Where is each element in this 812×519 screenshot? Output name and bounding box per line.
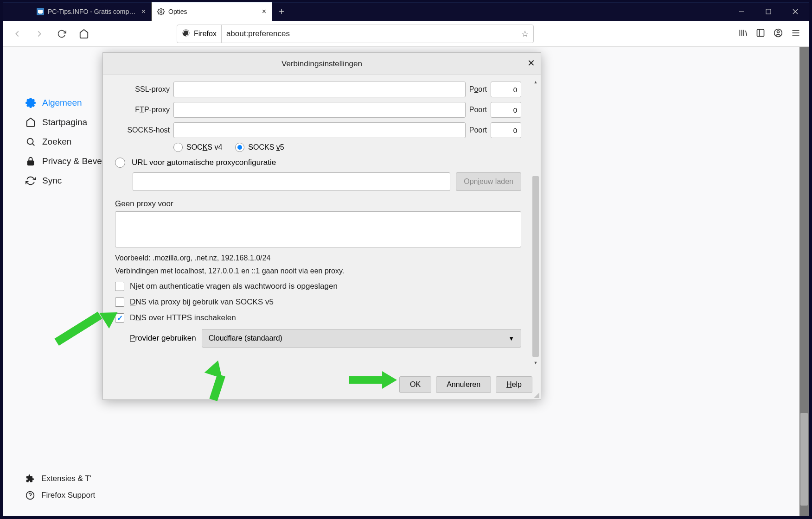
new-tab-button[interactable]: + [272,2,291,21]
socks-version-row: SOCKS v4 SOCKS v5 [173,143,521,152]
ssl-port-input[interactable] [491,82,521,97]
socks-v5-radio[interactable]: SOCKS v5 [235,143,284,152]
gear-icon [26,98,36,108]
checkbox-icon [115,297,124,307]
ftp-proxy-input[interactable] [173,102,466,118]
dialog-title: Verbindingsinstellingen [281,59,362,69]
cancel-button[interactable]: Annuleren [436,376,491,393]
provider-label: Provider gebruiken [130,334,196,343]
checkbox-label: DNS over HTTPS inschakelen [130,313,236,323]
port-label: Poort [469,106,487,114]
localhost-note: Verbindingen met localhost, 127.0.0.1 en… [115,267,521,275]
provider-select[interactable]: Cloudflare (standaard) ▼ [202,329,521,348]
dialog-body: ▲ ▼ SSL-proxy Poort FTP-proxy [103,75,541,370]
sidebar-item-label: Sync [42,176,62,186]
close-window-button[interactable] [782,2,809,21]
help-button[interactable]: Help [496,376,532,393]
url-bar[interactable]: Firefox ☆ [177,25,534,43]
content-area: Algemeen Startpagina Zoeken Privacy & Be… [3,47,809,516]
lock-icon [26,156,36,166]
close-icon[interactable]: × [141,7,146,16]
dialog-scrollbar[interactable]: ▲ ▼ [532,79,539,366]
back-button[interactable] [9,25,26,42]
favicon-pctips-icon [37,8,44,15]
svg-rect-13 [757,29,764,36]
radio-icon [235,143,244,152]
sidebar-support[interactable]: Firefox Support [22,487,124,504]
scroll-track[interactable] [532,85,539,360]
browser-window: PC-Tips.INFO - Gratis compute… × Opties … [3,2,809,516]
puzzle-icon [26,474,35,483]
scroll-down-icon[interactable]: ▼ [532,360,539,366]
tab-label: PC-Tips.INFO - Gratis compute… [48,8,138,15]
account-icon[interactable] [774,28,783,39]
socks-port-input[interactable] [491,122,521,138]
gear-icon [157,8,165,15]
svg-rect-2 [39,13,42,14]
ftp-proxy-row: FTP-proxy Poort [115,102,521,118]
checkbox-label: DNS via proxy bij gebruik van SOCKS v5 [130,297,274,307]
svg-line-12 [746,31,747,36]
url-identity[interactable]: Firefox [177,25,222,43]
tab-pctips[interactable]: PC-Tips.INFO - Gratis compute… × [31,2,152,21]
checkbox-icon [115,313,124,323]
home-button[interactable] [76,25,92,42]
dns-socks-checkbox[interactable]: DNS via proxy bij gebruik van SOCKS v5 [115,297,521,307]
menu-icon[interactable] [791,28,800,39]
sidebar-item-label: Zoeken [42,137,71,147]
library-icon[interactable] [738,28,748,39]
example-text: Voorbeeld: .mozilla.org, .net.nz, 192.16… [115,254,521,262]
dialog-footer: OK Annuleren Help [103,370,541,399]
scroll-up-icon[interactable]: ▲ [532,79,539,85]
auto-proxy-url-row: Opnieuw laden [133,172,521,191]
svg-point-21 [27,139,33,145]
tab-options[interactable]: Opties × [152,2,272,21]
sidebar-item-label: Firefox Support [41,491,95,500]
ssl-proxy-input[interactable] [173,82,466,97]
svg-rect-5 [766,9,771,14]
maximize-button[interactable] [755,2,782,21]
resize-grip-icon[interactable] [534,392,539,398]
scroll-thumb[interactable] [532,176,539,357]
no-auth-checkbox[interactable]: Niet om authenticatie vragen als wachtwo… [115,282,521,291]
url-brand: Firefox [194,30,217,38]
no-proxy-label: Geen proxy voor [115,199,521,209]
url-input[interactable] [222,29,517,38]
ssl-proxy-row: SSL-proxy Poort [115,82,521,97]
svg-point-3 [160,11,162,13]
sidebar-toggle-icon[interactable] [756,28,765,39]
port-label: Poort [469,85,487,94]
checkbox-label: Niet om authenticatie vragen als wachtwo… [130,282,338,291]
sidebar-bottom: Extensies & T' Firefox Support [22,470,124,504]
socks-v4-radio[interactable]: SOCKS v4 [173,143,222,152]
svg-rect-1 [38,10,43,13]
chevron-down-icon: ▼ [508,335,514,342]
tab-strip: PC-Tips.INFO - Gratis compute… × Opties … [3,2,728,21]
auto-proxy-url-input[interactable] [133,172,450,191]
ok-button[interactable]: OK [399,376,431,393]
ftp-port-input[interactable] [491,102,521,118]
svg-point-16 [777,31,780,33]
dns-https-checkbox[interactable]: DNS over HTTPS inschakelen [115,313,521,323]
bookmark-star-icon[interactable]: ☆ [517,29,533,39]
page-scrollbar-thumb[interactable] [800,413,808,506]
sidebar-item-label: Startpagina [42,117,87,127]
titlebar: PC-Tips.INFO - Gratis compute… × Opties … [3,2,809,21]
svg-rect-23 [28,161,34,165]
sidebar-extensions[interactable]: Extensies & T' [22,470,124,487]
close-icon[interactable]: ✕ [527,57,535,69]
close-icon[interactable]: × [262,7,266,16]
no-proxy-textarea[interactable] [115,211,521,247]
minimize-button[interactable] [728,2,755,21]
sync-icon [26,176,36,186]
forward-button[interactable] [31,25,48,42]
reload-button[interactable]: Opnieuw laden [456,172,521,191]
ftp-label: FTP-proxy [115,106,170,114]
socks-host-input[interactable] [173,122,466,138]
auto-proxy-url-radio[interactable]: URL voor automatische proxyconfiguratie [115,158,521,168]
toolbar-right [738,28,803,39]
checkbox-icon [115,282,124,291]
reload-button[interactable] [53,25,70,42]
socks-host-row: SOCKS-host Poort [115,122,521,138]
provider-row: Provider gebruiken Cloudflare (standaard… [130,329,521,348]
